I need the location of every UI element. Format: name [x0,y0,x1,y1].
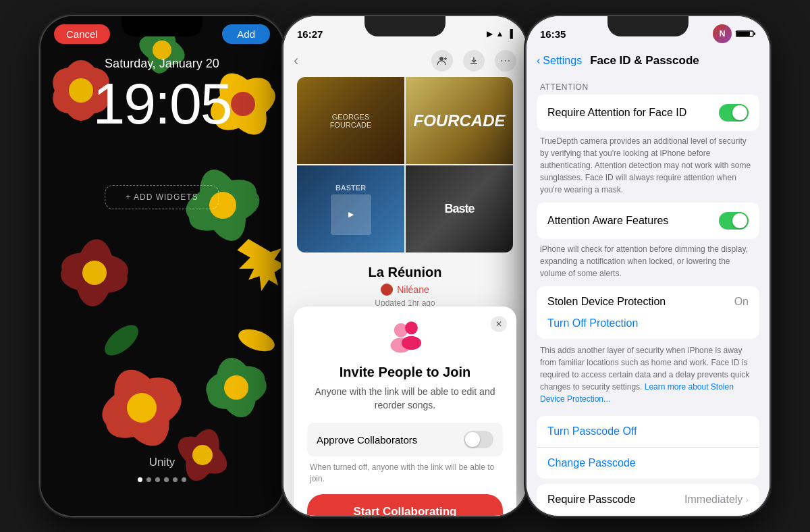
add-widgets-button[interactable]: + ADD WIDGETS [105,185,219,209]
settings-content: ATTENTION Require Attention for Face ID … [526,77,770,516]
settings-status-bar: 16:35 N [526,16,770,46]
stolen-device-label: Stolen Device Protection [547,296,666,308]
require-passcode-row[interactable]: Require Passcode Immediately › [537,484,759,515]
settings-nav: ‹ Settings Face ID & Passcode [526,46,770,76]
status-avatar: N [713,24,732,43]
svg-point-33 [439,57,443,61]
attention-aware-info: iPhone will check for attention before d… [526,239,770,286]
phone1-lock-screen: Cancel Add Saturday, January 20 19:05 + … [40,16,284,516]
toggle-knob [465,432,480,447]
modal-title: Invite People to Join [307,365,503,380]
approve-toggle[interactable] [464,431,493,448]
require-attention-label: Require Attention for Face ID [547,107,686,119]
require-passcode-card: Require Passcode Immediately › [537,484,759,515]
modal-description: Anyone with the link will be able to edi… [307,385,503,412]
dot-3 [155,477,160,482]
passcode-card: Turn Passcode Off Change Passcode [537,416,759,479]
turn-passcode-off-row: Turn Passcode Off [537,416,759,448]
svg-rect-39 [736,32,750,36]
wallpaper-name: Unity [40,456,284,469]
attention-card: Require Attention for Face ID [537,95,759,131]
album-cell-3: BASTER ▶ [297,165,404,252]
toggle-knob-2 [732,213,747,228]
require-attention-toggle[interactable] [719,104,749,122]
approve-note: When turned off, anyone with the link wi… [307,462,503,485]
svg-point-23 [127,393,157,423]
signal-icon: ▶ [487,29,493,38]
require-passcode-value: Immediately › [684,494,749,506]
album-cell-4: Baste [406,165,513,252]
turn-off-protection-row: Turn Off Protection [537,317,759,339]
cancel-button[interactable]: Cancel [54,24,110,44]
settings-back-button[interactable]: ‹ Settings [537,55,582,67]
music-nav: ‹ ··· [284,46,526,76]
change-passcode-row: Change Passcode [537,448,759,479]
battery-icon3 [736,30,756,38]
playlist-author: Niléane [397,284,429,295]
playlist-title: La Réunion [284,265,526,280]
svg-point-27 [224,375,248,400]
stolen-device-value: On [734,296,749,308]
turn-passcode-off-button[interactable]: Turn Passcode Off [547,425,637,437]
wifi-icon: ▲ [496,29,504,38]
status-icons2: ▶ ▲ ▐ [487,29,513,38]
add-button[interactable]: Add [222,24,270,44]
svg-point-37 [402,336,421,350]
attention-section-label: ATTENTION [526,77,770,95]
phone3-settings: 16:35 N ‹ Settings Face ID & Passcode AT… [526,16,770,516]
nav-icon-group: ··· [431,50,516,72]
toggle-knob-1 [732,105,747,120]
stolen-device-info: This adds another layer of security when… [526,342,770,410]
person-add-icon[interactable] [431,50,453,72]
attention-aware-label: Attention Aware Features [547,215,668,227]
svg-point-31 [99,319,143,361]
stolen-device-row: Stolen Device Protection On [537,286,759,317]
dot-5 [173,477,178,482]
lock-bottom: Unity [40,456,284,482]
battery-icon: ▐ [507,29,513,38]
back-button[interactable]: ‹ [294,52,298,70]
download-icon[interactable] [463,50,485,72]
attention-info: TrueDepth camera provides an additional … [526,131,770,203]
status-bar2: 16:27 ▶ ▲ ▐ [284,16,526,46]
album-mosaic: GEORGESFOURCADE FOURCADE BASTER ▶ Baste [297,77,513,252]
require-attention-row: Require Attention for Face ID [537,95,759,131]
stolen-device-card: Stolen Device Protection On Turn Off Pro… [537,286,759,339]
back-label: Settings [543,55,582,67]
modal-close-button[interactable]: ✕ [491,316,507,332]
svg-rect-40 [754,32,755,35]
settings-page-title: Face ID & Passcode [590,54,699,68]
approve-label: Approve Collaborators [317,434,417,446]
settings-status-time: 16:35 [540,28,566,40]
status-time2: 16:27 [297,28,323,40]
more-icon[interactable]: ··· [495,50,516,72]
playlist-sub: Niléane [284,284,526,296]
collab-modal: ✕ Invite People to Join Anyone with the … [294,307,516,516]
lock-date: Saturday, January 20 [40,57,284,71]
lock-time: 19:05 [40,70,284,137]
require-passcode-label: Require Passcode [547,494,636,506]
turn-off-protection-button[interactable]: Turn Off Protection [547,317,638,329]
attention-aware-toggle[interactable] [719,212,749,230]
dot-1 [138,477,142,482]
attention-aware-card: Attention Aware Features [537,203,759,239]
change-passcode-button[interactable]: Change Passcode [547,457,636,469]
svg-marker-16 [238,239,284,291]
approve-collaborators-row: Approve Collaborators [307,423,503,456]
playlist-avatar [381,284,393,296]
chevron-icon: › [745,494,749,505]
phone2-music: 16:27 ▶ ▲ ▐ ‹ [284,16,526,516]
album-cell-2: FOURCADE [406,77,513,164]
back-chevron-icon: ‹ [537,55,540,67]
dot-2 [146,477,151,482]
attention-aware-row: Attention Aware Features [537,203,759,239]
svg-point-15 [82,261,107,285]
collab-people-icon [307,320,503,356]
dot-6 [182,477,186,482]
svg-point-32 [236,325,277,355]
lock-top-bar: Cancel Add [40,24,284,44]
start-collaborating-button[interactable]: Start Collaborating [307,494,503,516]
album-cell-1: GEORGESFOURCADE [297,77,404,164]
dot-4 [164,477,169,482]
require-passcode-value-text: Immediately [684,494,742,506]
